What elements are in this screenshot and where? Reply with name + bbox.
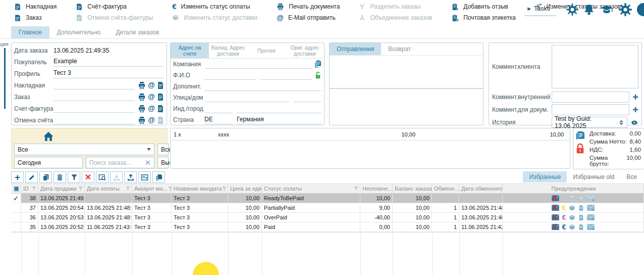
document-icon[interactable] [157, 81, 164, 89]
table-row[interactable]: 35 13.06.2025 20:52:54 11.06.2025 21:43:… [11, 222, 644, 232]
filter-button[interactable] [68, 171, 80, 183]
toolbar-print-document[interactable]: Печать документа [277, 2, 340, 12]
select-action-dropdown[interactable]: Выбрать [157, 157, 169, 168]
funnel-icon[interactable] [31, 186, 37, 192]
cell-payment-status[interactable]: PartiallyPaid [262, 203, 360, 212]
settings-gear-icon[interactable] [619, 3, 632, 16]
funnel-icon[interactable] [168, 186, 172, 192]
select-all-header[interactable] [11, 184, 21, 193]
toolbar-merge-orders[interactable]: Объединение заказов [359, 13, 432, 23]
add-internal-comment-icon[interactable]: + [632, 93, 638, 102]
document-comment-input[interactable] [552, 104, 629, 115]
document-icon[interactable] [157, 93, 164, 101]
cell-account[interactable]: Тест 3 [132, 203, 172, 212]
cell-exchange-date[interactable] [459, 194, 503, 203]
cell-account[interactable]: Тест 3 [132, 194, 172, 203]
tab-additional[interactable]: Дополнительно [49, 26, 108, 39]
cell-unpaid[interactable]: 10,00 [360, 194, 393, 203]
unlock-icon[interactable] [314, 71, 321, 79]
copy-order-button[interactable] [39, 171, 52, 183]
cell-exchange-count[interactable]: 1 [432, 222, 459, 232]
date-filter-field[interactable]: Сегодня [14, 157, 83, 168]
cell-payment-status[interactable]: ReadyToBePaid [262, 194, 360, 203]
cell-payment-date[interactable] [85, 194, 132, 203]
table-row[interactable]: 37 13.06.2025 20:54:43 13.06.2025 21:48:… [11, 203, 644, 213]
automation-gear-icon[interactable] [566, 4, 578, 16]
invoice-number-field[interactable] [53, 104, 135, 113]
cell-mandate[interactable]: Тест 3 [172, 194, 228, 203]
cell-exchange-count[interactable]: 1 [432, 213, 459, 222]
cell-mandate[interactable]: Тест 3 [172, 203, 228, 212]
clear-filter-button[interactable]: ✕ [82, 171, 94, 183]
email-icon[interactable]: @ [148, 93, 155, 101]
copy-address-icon[interactable] [314, 60, 321, 68]
toolbar-order[interactable]: Заказ [14, 13, 57, 23]
country-name-field[interactable]: Германия [237, 116, 321, 124]
toolbar-add-review[interactable]: Добавить отзыв [451, 2, 515, 12]
training-cap-icon[interactable] [600, 4, 614, 16]
additional-field[interactable] [204, 82, 321, 91]
side-panel-handle[interactable] [4, 48, 6, 109]
cell-sale-date[interactable]: 13.06.2025 20:54:43 [38, 203, 85, 212]
cell-unpaid[interactable]: 0,00 [360, 222, 393, 232]
column-header-exchange[interactable]: Обменн... [432, 184, 459, 193]
toolbar-invoice[interactable]: Счёт-фактура [76, 2, 153, 12]
toolbar-change-shipping-status[interactable]: Изменить статус доставки [172, 13, 257, 23]
add-order-button[interactable]: + [11, 171, 24, 183]
delivery-note-number-field[interactable] [53, 81, 135, 89]
cell-account[interactable]: Тест 3 [132, 213, 172, 222]
toolbar-send-email[interactable]: @ E-Mail отправить [277, 13, 340, 23]
collapsed-side-panel-label[interactable]: ция [0, 41, 9, 47]
copy-pages-button[interactable] [152, 171, 165, 183]
order-search-input[interactable] [89, 159, 144, 166]
cell-exchange-date[interactable]: 13.06.2025 21:48:14 [459, 203, 503, 212]
cell-unit-price[interactable]: 10,00 [228, 194, 262, 203]
column-header-unit-price[interactable]: Цена за еди... [228, 184, 262, 193]
history-spinner-field[interactable]: Test by Guid: 13.06.2025 [552, 117, 627, 128]
cell-exchange-count[interactable] [432, 194, 459, 203]
company-field[interactable] [204, 60, 311, 69]
cell-warnings[interactable]: ✕ € [503, 222, 644, 232]
email-icon[interactable]: @ [148, 105, 155, 113]
delete-order-button[interactable] [53, 171, 66, 183]
cell-sale-date[interactable]: 13.06.2025 20:53:04 [38, 213, 85, 222]
column-header-mandate[interactable]: Название мандата [172, 184, 228, 193]
cell-warnings[interactable]: ✕ € [503, 213, 644, 222]
column-header-unpaid[interactable]: Неоплаче... [360, 184, 393, 193]
clear-search-icon[interactable]: ✕ [144, 159, 151, 166]
tasks-button[interactable]: ▶ Tasks [524, 4, 556, 16]
cell-balance[interactable]: 10,00 [393, 194, 432, 203]
tab-other[interactable]: Прочее [247, 43, 286, 58]
tab-billing-address[interactable]: Адрес на счете [171, 43, 209, 58]
cell-account[interactable]: Тест 3 [132, 222, 172, 232]
table-row[interactable]: 36 13.06.2025 20:53:04 13.06.2025 21:48:… [11, 213, 644, 222]
spinner-arrows-icon[interactable] [618, 120, 624, 125]
house-number-field[interactable] [293, 94, 321, 102]
document-icon[interactable] [157, 105, 164, 113]
funnel-icon[interactable] [125, 186, 131, 192]
cell-balance[interactable]: 10,00 [393, 203, 432, 212]
cell-unit-price[interactable]: 10,00 [228, 213, 262, 222]
column-header-warnings[interactable]: Предупреждения [503, 184, 644, 193]
cell-warnings[interactable]: ✕ € [503, 203, 644, 212]
row-checkbox[interactable] [11, 222, 21, 232]
funnel-icon[interactable] [222, 186, 227, 192]
row-checkbox[interactable] [11, 213, 21, 222]
column-header-id[interactable]: ID [21, 184, 38, 193]
table-row[interactable]: ✓ 38 13.06.2025 21:49:35 Тест 3 Тест 3 1… [11, 194, 644, 203]
column-header-balance[interactable]: Баланс заказа [393, 184, 432, 193]
cell-exchange-date[interactable]: 11.06.2025 21:43:30 [459, 222, 503, 232]
cell-id[interactable]: 36 [21, 213, 38, 222]
cell-unit-price[interactable]: 10,00 [228, 222, 262, 232]
cell-payment-status[interactable]: Paid [262, 222, 360, 232]
funnel-icon[interactable] [78, 186, 83, 192]
toolbar-postage-label[interactable]: Почтовая этикетка [451, 13, 515, 23]
cell-payment-status[interactable]: OverPaid [262, 213, 360, 222]
tab-shipments[interactable]: Отправления [330, 43, 381, 55]
view-tab-favorites-old[interactable]: Избранные old [567, 171, 620, 182]
cell-id[interactable]: 37 [21, 203, 38, 212]
cell-warnings[interactable]: ✕ € [503, 194, 644, 203]
column-header-payment-status[interactable]: Статус оплаты [262, 184, 360, 193]
column-header-exchange-date[interactable]: Дата обменного... [459, 184, 503, 193]
toolbar-invoice-cancel[interactable]: Отмена счёта-фактуры [76, 13, 153, 23]
